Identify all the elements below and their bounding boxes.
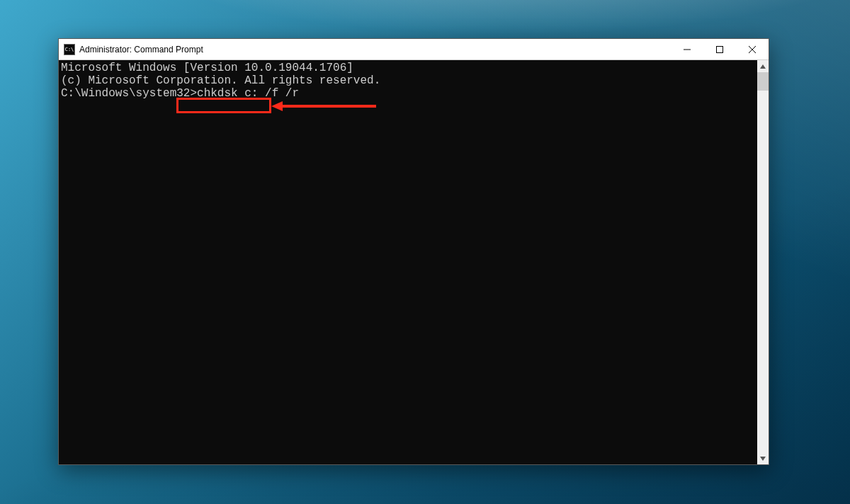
command-prompt-window: C:\ Administrator: Command Prompt Micros… bbox=[58, 38, 769, 465]
close-button[interactable] bbox=[736, 39, 769, 59]
close-icon bbox=[749, 46, 756, 53]
console-prompt-line: C:\Windows\system32>chkdsk c: /f /r bbox=[61, 87, 755, 100]
chevron-up-icon bbox=[760, 64, 766, 69]
console-line: Microsoft Windows [Version 10.0.19044.17… bbox=[61, 62, 755, 74]
console-line: (c) Microsoft Corporation. All rights re… bbox=[61, 74, 755, 87]
svg-marker-3 bbox=[760, 64, 766, 69]
chevron-down-icon bbox=[760, 456, 766, 462]
console-area: Microsoft Windows [Version 10.0.19044.17… bbox=[59, 60, 769, 464]
titlebar[interactable]: C:\ Administrator: Command Prompt bbox=[59, 39, 769, 60]
vertical-scrollbar[interactable] bbox=[757, 60, 769, 464]
arrow-icon bbox=[271, 100, 376, 113]
minimize-icon bbox=[684, 46, 691, 53]
cmd-icon-label: C:\ bbox=[65, 47, 74, 52]
maximize-icon bbox=[716, 46, 723, 53]
console-prompt: C:\Windows\system32> bbox=[61, 87, 197, 100]
window-title: Administrator: Command Prompt bbox=[79, 45, 203, 55]
highlight-box bbox=[176, 98, 271, 113]
svg-rect-0 bbox=[717, 46, 723, 52]
window-controls bbox=[671, 39, 769, 59]
scroll-track[interactable] bbox=[757, 72, 769, 452]
console-output[interactable]: Microsoft Windows [Version 10.0.19044.17… bbox=[59, 60, 757, 464]
maximize-button[interactable] bbox=[703, 39, 736, 59]
minimize-button[interactable] bbox=[671, 39, 703, 59]
svg-marker-4 bbox=[760, 457, 766, 461]
svg-marker-2 bbox=[271, 101, 283, 111]
scroll-thumb[interactable] bbox=[757, 72, 769, 91]
cmd-icon: C:\ bbox=[64, 44, 75, 55]
console-command: chkdsk c: /f /r bbox=[197, 87, 299, 100]
scroll-down-button[interactable] bbox=[757, 452, 769, 464]
scroll-up-button[interactable] bbox=[757, 60, 769, 72]
